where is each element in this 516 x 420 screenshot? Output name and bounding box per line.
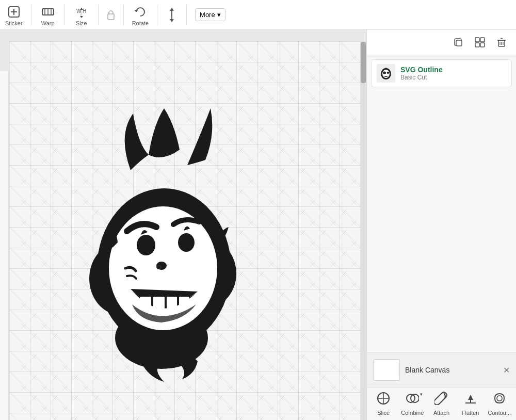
rotate-value xyxy=(166,8,178,22)
svg-point-75 xyxy=(387,72,390,74)
top-toolbar: Sticker Warp W H Size Rotate xyxy=(0,0,516,30)
contour-label: Contou... xyxy=(488,410,511,416)
size-tool[interactable]: W H Size xyxy=(73,4,90,26)
rotate-tool[interactable]: Rotate xyxy=(132,4,149,26)
more-label: More xyxy=(200,11,215,19)
sticker-icon xyxy=(6,4,22,20)
slice-button[interactable]: Slice xyxy=(371,392,396,416)
sticker-tool[interactable]: Sticker xyxy=(5,4,23,26)
blank-canvas-thumbnail xyxy=(373,359,400,381)
divider-1 xyxy=(31,5,31,25)
blank-canvas-label: Blank Canvas xyxy=(405,366,449,374)
size-label: Size xyxy=(76,20,87,26)
svg-rect-56 xyxy=(167,297,177,311)
svg-point-51 xyxy=(178,233,195,252)
ruler-left xyxy=(0,71,9,420)
svg-rect-63 xyxy=(480,38,485,42)
delete-button[interactable] xyxy=(493,34,510,51)
layer-name: SVG Outline xyxy=(400,66,443,74)
layer-type: Basic Cut xyxy=(400,74,443,81)
svg-rect-57 xyxy=(179,297,189,310)
svg-rect-61 xyxy=(456,40,462,46)
rotate-label: Rotate xyxy=(132,20,149,26)
blank-canvas-item: Blank Canvas ✕ xyxy=(373,359,510,381)
svg-rect-65 xyxy=(480,43,485,47)
scrollbar-thumb[interactable] xyxy=(361,42,366,83)
cartoon-svg xyxy=(51,83,267,382)
combine-icon xyxy=(406,392,419,408)
flatten-icon xyxy=(464,392,477,408)
warp-icon xyxy=(40,4,56,20)
svg-rect-55 xyxy=(153,297,165,312)
svg-point-59 xyxy=(163,265,166,268)
layer-preview-icon xyxy=(378,66,394,81)
svg-point-50 xyxy=(137,235,155,255)
divider-2 xyxy=(64,5,65,25)
right-panel: Layers Color Sync xyxy=(366,0,516,420)
more-chevron-icon: ▾ xyxy=(217,11,221,19)
warp-label: Warp xyxy=(41,20,55,26)
group-button[interactable] xyxy=(472,34,488,51)
combine-dropdown-arrow: ▾ xyxy=(420,392,423,397)
grid-background xyxy=(9,41,366,420)
svg-rect-64 xyxy=(475,43,479,47)
layer-info: SVG Outline Basic Cut xyxy=(400,66,443,81)
duplicate-icon xyxy=(453,37,464,48)
flatten-label: Flatten xyxy=(462,410,479,416)
svg-marker-13 xyxy=(134,10,138,12)
combine-button[interactable]: Combine ▾ xyxy=(400,392,425,416)
bottom-toolbar: Slice Combine ▾ Attach xyxy=(367,387,516,420)
flatten-button[interactable]: Flatten xyxy=(458,392,483,416)
svg-marker-16 xyxy=(170,19,174,22)
lock-indicator xyxy=(107,10,115,20)
layer-thumbnail xyxy=(377,64,395,83)
divider-5 xyxy=(157,5,157,25)
svg-marker-11 xyxy=(80,16,83,18)
canvas-scrollbar[interactable] xyxy=(360,41,366,420)
svg-rect-62 xyxy=(475,38,479,42)
layer-item[interactable]: SVG Outline Basic Cut xyxy=(371,59,512,87)
canvas-area: 8 9 10 11 12 13 14 15 xyxy=(0,30,366,420)
warp-tool[interactable]: Warp xyxy=(40,4,56,26)
group-icon xyxy=(474,37,486,48)
divider-3 xyxy=(98,5,99,25)
svg-text:H: H xyxy=(83,8,86,14)
contour-icon xyxy=(493,392,506,408)
layer-list: SVG Outline Basic Cut xyxy=(367,55,516,352)
svg-rect-35 xyxy=(0,71,9,420)
slice-icon xyxy=(377,392,390,408)
attach-button[interactable]: Attach xyxy=(429,392,454,416)
contour-button[interactable]: Contou... xyxy=(487,392,512,416)
duplicate-button[interactable] xyxy=(450,34,466,51)
attach-label: Attach xyxy=(433,410,449,416)
ruler-left-svg xyxy=(0,71,9,420)
artwork[interactable] xyxy=(51,83,267,384)
svg-rect-54 xyxy=(140,297,151,311)
svg-point-58 xyxy=(157,266,160,269)
slice-label: Slice xyxy=(377,410,390,416)
blank-canvas-section: Blank Canvas ✕ xyxy=(367,352,516,387)
divider-6 xyxy=(186,5,187,25)
panel-toolbar xyxy=(367,30,516,55)
svg-marker-15 xyxy=(170,8,174,11)
close-icon[interactable]: ✕ xyxy=(503,365,510,375)
svg-marker-82 xyxy=(468,395,473,400)
combine-label: Combine xyxy=(401,410,424,416)
sticker-label: Sticker xyxy=(5,20,23,26)
divider-4 xyxy=(123,5,124,25)
size-icon: W H xyxy=(73,4,90,20)
attach-icon xyxy=(434,392,448,408)
rotate-icon xyxy=(132,4,149,20)
svg-rect-12 xyxy=(108,14,114,20)
svg-point-74 xyxy=(383,72,386,74)
trash-icon xyxy=(496,37,507,48)
more-button[interactable]: More ▾ xyxy=(195,8,225,21)
